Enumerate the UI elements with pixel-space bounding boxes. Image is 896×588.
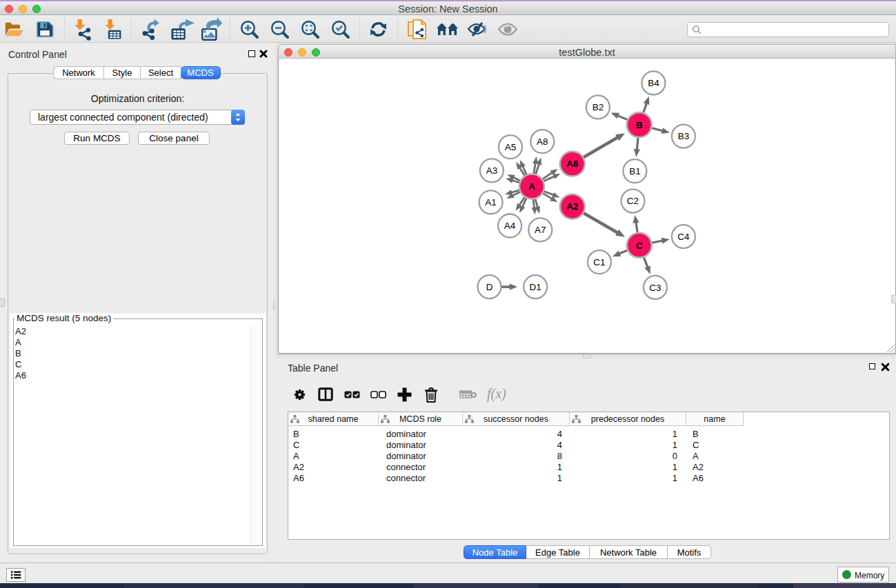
svg-text:B3: B3 [678, 131, 690, 141]
svg-text:A5: A5 [505, 142, 517, 152]
svg-text:A1: A1 [485, 197, 497, 207]
svg-text:A7: A7 [535, 225, 546, 235]
svg-text:C3: C3 [649, 283, 661, 293]
svg-text:A2: A2 [566, 201, 578, 212]
svg-text:A: A [528, 181, 535, 192]
svg-text:B1: B1 [629, 166, 641, 176]
svg-text:C4: C4 [677, 232, 690, 242]
svg-text:A8: A8 [537, 136, 548, 147]
svg-text:A4: A4 [504, 221, 516, 231]
svg-text:C: C [636, 241, 643, 251]
svg-text:D1: D1 [530, 282, 541, 292]
svg-text:C2: C2 [627, 196, 639, 206]
svg-text:D: D [486, 282, 493, 292]
svg-text:B4: B4 [648, 78, 659, 88]
svg-text:A6: A6 [566, 159, 579, 169]
svg-text:B: B [636, 120, 643, 130]
svg-text:C1: C1 [593, 257, 605, 267]
svg-text:B2: B2 [593, 102, 604, 112]
svg-text:A3: A3 [486, 165, 498, 176]
